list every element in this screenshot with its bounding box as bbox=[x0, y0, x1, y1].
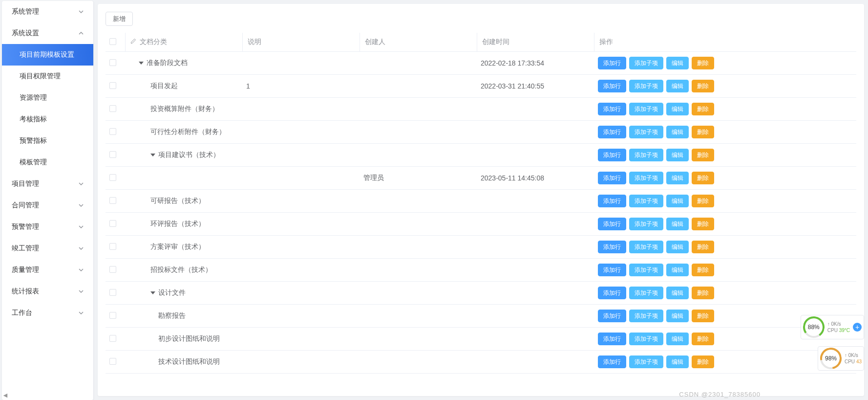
add-row-button[interactable]: 添加行 bbox=[598, 57, 626, 69]
add-row-button[interactable]: 添加行 bbox=[598, 172, 626, 184]
row-checkbox[interactable] bbox=[109, 335, 116, 342]
add-row-button[interactable]: 添加行 bbox=[598, 103, 626, 115]
sidebar-group-7[interactable]: 统计报表 bbox=[2, 281, 93, 302]
sidebar-group-5[interactable]: 竣工管理 bbox=[2, 238, 93, 259]
add-child-button[interactable]: 添加子项 bbox=[629, 310, 663, 322]
row-checkbox[interactable] bbox=[109, 266, 116, 273]
edit-button[interactable]: 编辑 bbox=[666, 195, 689, 207]
add-row-button[interactable]: 添加行 bbox=[598, 310, 626, 322]
add-child-button[interactable]: 添加子项 bbox=[629, 149, 663, 161]
edit-button[interactable]: 编辑 bbox=[666, 80, 689, 92]
add-row-button[interactable]: 添加行 bbox=[598, 218, 626, 230]
sidebar-item-1-1[interactable]: 项目权限管理 bbox=[2, 66, 93, 87]
delete-button[interactable]: 删除 bbox=[692, 103, 714, 115]
sidebar-group-label: 工作台 bbox=[12, 309, 32, 317]
scroll-left-icon[interactable]: ◄ bbox=[2, 391, 9, 399]
row-created-at: 2022-02-18 17:33:54 bbox=[477, 52, 594, 75]
add-child-button[interactable]: 添加子项 bbox=[629, 356, 663, 368]
row-checkbox[interactable] bbox=[109, 174, 116, 181]
edit-button[interactable]: 编辑 bbox=[666, 149, 689, 161]
sidebar-item-1-3[interactable]: 考核指标 bbox=[2, 109, 93, 130]
edit-button[interactable]: 编辑 bbox=[666, 103, 689, 115]
row-creator bbox=[360, 190, 477, 213]
row-checkbox[interactable] bbox=[109, 151, 116, 158]
delete-button[interactable]: 删除 bbox=[692, 356, 714, 368]
sidebar-item-1-0[interactable]: 项目前期模板设置 bbox=[2, 44, 93, 66]
delete-button[interactable]: 删除 bbox=[692, 241, 714, 253]
add-row-button[interactable]: 添加行 bbox=[598, 126, 626, 138]
select-all-checkbox[interactable] bbox=[109, 38, 116, 45]
delete-button[interactable]: 删除 bbox=[692, 195, 714, 207]
row-creator bbox=[360, 351, 477, 374]
sidebar-item-1-4[interactable]: 预警指标 bbox=[2, 130, 93, 152]
expand-toggle-icon[interactable] bbox=[139, 62, 144, 65]
row-checkbox[interactable] bbox=[109, 220, 116, 227]
add-child-button[interactable]: 添加子项 bbox=[629, 333, 663, 345]
add-child-button[interactable]: 添加子项 bbox=[629, 172, 663, 184]
edit-button[interactable]: 编辑 bbox=[666, 57, 689, 69]
add-child-button[interactable]: 添加子项 bbox=[629, 218, 663, 230]
delete-button[interactable]: 删除 bbox=[692, 57, 714, 69]
delete-button[interactable]: 删除 bbox=[692, 218, 714, 230]
row-checkbox[interactable] bbox=[109, 105, 116, 112]
edit-button[interactable]: 编辑 bbox=[666, 241, 689, 253]
row-checkbox[interactable] bbox=[109, 243, 116, 250]
edit-button[interactable]: 编辑 bbox=[666, 333, 689, 345]
add-button[interactable]: 新增 bbox=[106, 12, 133, 26]
edit-button[interactable]: 编辑 bbox=[666, 356, 689, 368]
add-row-button[interactable]: 添加行 bbox=[598, 80, 626, 92]
sidebar-group-1[interactable]: 系统设置 bbox=[2, 22, 93, 44]
add-row-button[interactable]: 添加行 bbox=[598, 356, 626, 368]
expand-toggle-icon[interactable] bbox=[150, 291, 155, 294]
edit-button[interactable]: 编辑 bbox=[666, 218, 689, 230]
add-child-button[interactable]: 添加子项 bbox=[629, 126, 663, 138]
add-child-button[interactable]: 添加子项 bbox=[629, 80, 663, 92]
add-row-button[interactable]: 添加行 bbox=[598, 241, 626, 253]
row-name: 投资概算附件（财务） bbox=[150, 105, 219, 112]
delete-button[interactable]: 删除 bbox=[692, 80, 714, 92]
row-checkbox[interactable] bbox=[109, 289, 116, 296]
row-checkbox[interactable] bbox=[109, 128, 116, 135]
edit-button[interactable]: 编辑 bbox=[666, 310, 689, 322]
row-created-at: 2023-05-11 14:45:08 bbox=[477, 167, 594, 190]
plus-fab-icon[interactable]: + bbox=[853, 323, 862, 332]
row-checkbox[interactable] bbox=[109, 197, 116, 204]
edit-button[interactable]: 编辑 bbox=[666, 126, 689, 138]
row-checkbox[interactable] bbox=[109, 358, 116, 365]
expand-toggle-icon[interactable] bbox=[150, 154, 155, 156]
add-child-button[interactable]: 添加子项 bbox=[629, 264, 663, 276]
sidebar-group-8[interactable]: 工作台 bbox=[2, 302, 93, 324]
edit-button[interactable]: 编辑 bbox=[666, 172, 689, 184]
sidebar-item-1-2[interactable]: 资源管理 bbox=[2, 87, 93, 109]
add-child-button[interactable]: 添加子项 bbox=[629, 195, 663, 207]
row-created-at bbox=[477, 351, 594, 374]
sidebar-group-6[interactable]: 质量管理 bbox=[2, 259, 93, 281]
edit-button[interactable]: 编辑 bbox=[666, 264, 689, 276]
delete-button[interactable]: 删除 bbox=[692, 172, 714, 184]
add-row-button[interactable]: 添加行 bbox=[598, 287, 626, 299]
row-checkbox[interactable] bbox=[109, 312, 116, 319]
row-checkbox[interactable] bbox=[109, 59, 116, 66]
delete-button[interactable]: 删除 bbox=[692, 310, 714, 322]
add-row-button[interactable]: 添加行 bbox=[598, 149, 626, 161]
add-child-button[interactable]: 添加子项 bbox=[629, 103, 663, 115]
sidebar-group-3[interactable]: 合同管理 bbox=[2, 195, 93, 216]
delete-button[interactable]: 删除 bbox=[692, 333, 714, 345]
delete-button[interactable]: 删除 bbox=[692, 264, 714, 276]
delete-button[interactable]: 删除 bbox=[692, 149, 714, 161]
table-row: 投资概算附件（财务）添加行添加子项编辑删除 bbox=[106, 98, 856, 121]
add-child-button[interactable]: 添加子项 bbox=[629, 287, 663, 299]
row-checkbox[interactable] bbox=[109, 82, 116, 89]
sidebar-group-0[interactable]: 系统管理 bbox=[2, 1, 93, 22]
sidebar-item-1-5[interactable]: 模板管理 bbox=[2, 152, 93, 173]
delete-button[interactable]: 删除 bbox=[692, 287, 714, 299]
delete-button[interactable]: 删除 bbox=[692, 126, 714, 138]
add-child-button[interactable]: 添加子项 bbox=[629, 57, 663, 69]
add-row-button[interactable]: 添加行 bbox=[598, 333, 626, 345]
add-child-button[interactable]: 添加子项 bbox=[629, 241, 663, 253]
edit-button[interactable]: 编辑 bbox=[666, 287, 689, 299]
sidebar-group-2[interactable]: 项目管理 bbox=[2, 173, 93, 195]
sidebar-group-4[interactable]: 预警管理 bbox=[2, 216, 93, 238]
add-row-button[interactable]: 添加行 bbox=[598, 264, 626, 276]
add-row-button[interactable]: 添加行 bbox=[598, 195, 626, 207]
